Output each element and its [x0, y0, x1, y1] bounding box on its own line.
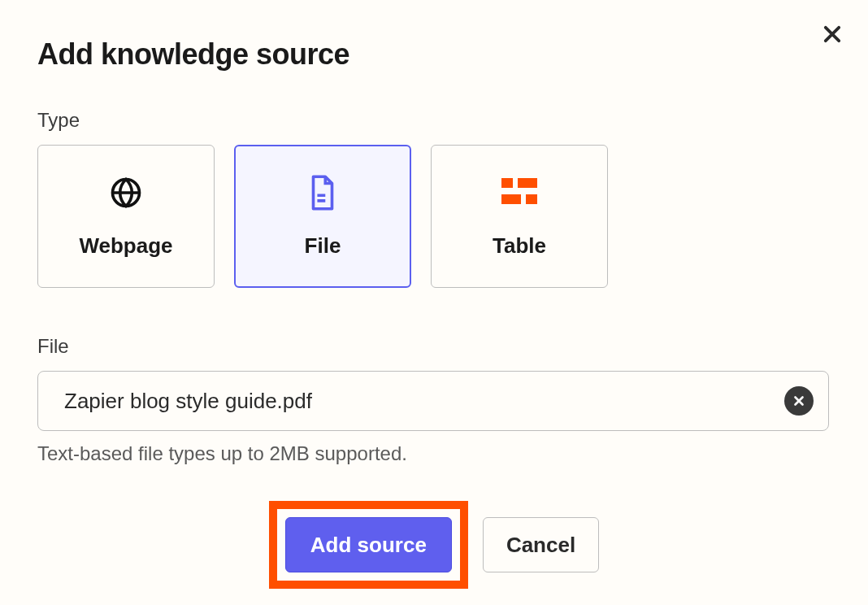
type-label: Type [37, 109, 831, 132]
file-name-value: Zapier blog style guide.pdf [64, 389, 784, 414]
type-option-label: Webpage [79, 233, 172, 259]
type-option-label: File [305, 233, 341, 259]
close-circle-icon [792, 394, 806, 408]
file-input[interactable]: Zapier blog style guide.pdf [37, 371, 829, 431]
modal-title: Add knowledge source [37, 37, 831, 72]
primary-action-highlight: Add source [269, 501, 468, 589]
cancel-button[interactable]: Cancel [483, 517, 599, 572]
modal-body: Add knowledge source Type Webpage [0, 0, 868, 589]
type-option-table[interactable]: Table [431, 145, 608, 288]
modal-actions: Add source Cancel [37, 501, 831, 589]
close-icon [821, 23, 844, 46]
file-icon [306, 175, 339, 211]
globe-icon [108, 175, 144, 211]
close-button[interactable] [821, 23, 844, 49]
type-options: Webpage File Ta [37, 145, 831, 288]
clear-file-button[interactable] [784, 386, 814, 416]
type-option-file[interactable]: File [234, 145, 411, 288]
file-label: File [37, 335, 831, 358]
type-option-label: Table [493, 233, 546, 259]
file-hint: Text-based file types up to 2MB supporte… [37, 442, 831, 465]
add-source-button[interactable]: Add source [285, 517, 452, 572]
table-icon [501, 175, 537, 211]
type-option-webpage[interactable]: Webpage [37, 145, 215, 288]
